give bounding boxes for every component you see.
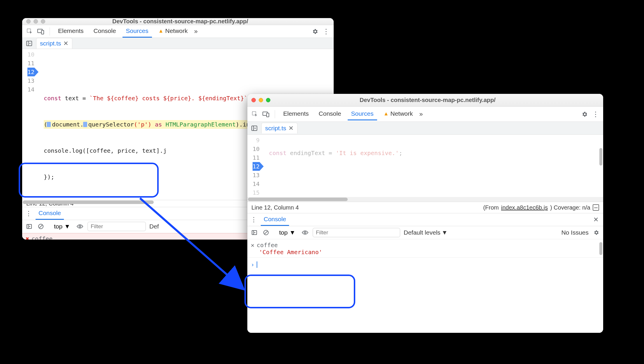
context-selector[interactable]: top▼ xyxy=(277,228,298,237)
scrollbar-thumb[interactable] xyxy=(599,242,602,255)
console-output[interactable]: ✕coffee 'Coffee Americano' › xyxy=(247,239,603,333)
code-token: querySelector xyxy=(84,121,134,128)
code-token: console.log([coffee, price, text].j xyxy=(44,147,167,154)
tab-network-label: Network xyxy=(390,110,413,117)
inspect-icon[interactable] xyxy=(251,110,259,118)
more-tabs-icon[interactable]: » xyxy=(419,110,423,118)
cursor-icon xyxy=(257,261,257,268)
context-label: top xyxy=(279,229,288,236)
live-expression-icon[interactable] xyxy=(301,228,309,237)
more-tabs-icon[interactable]: » xyxy=(194,28,198,35)
zoom-dot-icon[interactable] xyxy=(266,98,270,102)
minimize-dot-icon[interactable] xyxy=(259,98,263,102)
close-x-icon[interactable]: ✕ xyxy=(251,242,254,249)
status-source-prefix: (From xyxy=(483,204,499,211)
sidebar-toggle-icon[interactable] xyxy=(25,222,33,231)
horizontal-scrollbar[interactable] xyxy=(247,197,603,202)
line-number: 13 xyxy=(253,171,260,180)
cursor-position: Line 12, Column 4 xyxy=(251,204,299,211)
titlebar[interactable]: DevTools - consistent-source-map-pc.netl… xyxy=(22,18,334,25)
tab-console[interactable]: Console xyxy=(90,25,120,38)
no-issues-label[interactable]: No Issues xyxy=(561,229,589,236)
file-tabs-row: script.ts ✕ xyxy=(22,38,334,49)
show-navigator-icon[interactable] xyxy=(25,39,33,48)
vertical-scrollbar[interactable] xyxy=(598,239,603,333)
window-title: DevTools - consistent-source-map-pc.netl… xyxy=(274,97,582,103)
code-token: HTMLParagraphElement xyxy=(165,121,236,128)
file-tab-script[interactable]: script.ts ✕ xyxy=(36,38,72,49)
minimize-dot-icon[interactable] xyxy=(34,19,38,24)
tab-network[interactable]: ▲Network xyxy=(155,25,191,38)
tab-sources[interactable]: Sources xyxy=(123,25,152,38)
close-dot-icon[interactable] xyxy=(26,19,31,24)
scrollbar-thumb[interactable] xyxy=(23,201,154,204)
tab-elements[interactable]: Elements xyxy=(55,25,87,38)
code-token: }); xyxy=(44,173,54,180)
code-token: endingText xyxy=(286,150,329,156)
filter-input[interactable] xyxy=(88,222,146,231)
kebab-menu-icon[interactable]: ⋮ xyxy=(322,27,330,36)
object-badge-icon: document xyxy=(47,121,80,128)
context-selector[interactable]: top▼ xyxy=(52,222,72,231)
svg-point-19 xyxy=(304,232,306,233)
close-dot-icon[interactable] xyxy=(251,98,256,102)
zoom-dot-icon[interactable] xyxy=(41,19,45,24)
clear-console-icon[interactable] xyxy=(262,228,270,237)
titlebar[interactable]: DevTools - consistent-source-map-pc.netl… xyxy=(247,94,603,107)
svg-rect-2 xyxy=(41,30,44,34)
filter-input[interactable] xyxy=(313,228,400,237)
code-token: 'It is expensive.' xyxy=(332,150,399,156)
log-levels-label: Default levels xyxy=(404,229,440,236)
file-name: script.ts xyxy=(40,40,61,47)
status-bar: Line 12, Column 4 (From index.a8c1ec6b.j… xyxy=(247,202,603,213)
tab-sources[interactable]: Sources xyxy=(348,108,377,120)
device-toggle-icon[interactable] xyxy=(262,110,270,118)
scrollbar-thumb[interactable] xyxy=(599,148,602,166)
chevron-down-icon: ▼ xyxy=(64,223,70,230)
log-levels-selector[interactable]: Default levels▼ xyxy=(404,229,448,236)
svg-rect-13 xyxy=(252,126,257,131)
log-levels-selector[interactable]: Def xyxy=(149,223,159,230)
sidebar-toggle-icon[interactable] xyxy=(250,228,258,237)
inspect-icon[interactable] xyxy=(26,27,34,36)
tab-network[interactable]: ▲Network xyxy=(380,108,416,120)
line-number: 11 xyxy=(27,59,34,68)
kebab-menu-icon[interactable]: ⋮ xyxy=(592,110,600,118)
status-coverage: ) Coverage: n/a xyxy=(550,204,590,211)
coverage-toggle-icon[interactable] xyxy=(593,204,599,211)
console-settings-gear-icon[interactable] xyxy=(592,228,600,237)
line-number: 11 xyxy=(253,153,260,162)
code-token: ; xyxy=(399,150,402,156)
show-navigator-icon[interactable] xyxy=(250,124,258,132)
vertical-scrollbar[interactable] xyxy=(598,135,603,197)
tab-elements[interactable]: Elements xyxy=(280,108,312,120)
console-result: 'Coffee Americano' xyxy=(259,249,600,256)
error-x-icon: ✖ xyxy=(26,235,29,240)
line-number: 14 xyxy=(253,180,260,188)
settings-gear-icon[interactable] xyxy=(311,27,319,36)
chevron-down-icon: ▼ xyxy=(289,229,295,236)
close-tab-icon[interactable]: ✕ xyxy=(63,40,69,47)
scrollbar-thumb[interactable] xyxy=(248,198,348,201)
drawer-kebab-icon[interactable]: ⋮ xyxy=(250,216,258,224)
line-gutter: 10 11 12 13 14 xyxy=(22,49,37,200)
warning-icon: ▲ xyxy=(384,111,389,117)
tab-console[interactable]: Console xyxy=(315,108,345,120)
code-content[interactable]: const endingText = 'It is expensive.'; c… xyxy=(262,130,603,197)
drawer-tab-console[interactable]: Console xyxy=(36,207,64,220)
console-prompt[interactable]: › xyxy=(251,259,600,268)
clear-console-icon[interactable] xyxy=(37,222,45,231)
main-toolbar: Elements Console Sources ▲Network » ⋮ xyxy=(247,107,603,122)
code-editor[interactable]: 9 10 11 12 13 14 15 const endingText = '… xyxy=(247,135,603,197)
live-expression-icon[interactable] xyxy=(76,222,84,231)
source-map-link[interactable]: index.a8c1ec6b.js xyxy=(501,204,548,211)
drawer-tab-console[interactable]: Console xyxy=(261,213,289,226)
device-toggle-icon[interactable] xyxy=(37,27,45,36)
settings-gear-icon[interactable] xyxy=(580,110,589,118)
drawer-kebab-icon[interactable]: ⋮ xyxy=(24,210,33,218)
line-number: 10 xyxy=(253,145,260,153)
code-token: document xyxy=(47,121,80,128)
chevron-down-icon: ▼ xyxy=(442,229,448,236)
prompt-chevron-icon: › xyxy=(251,261,254,268)
close-drawer-icon[interactable]: ✕ xyxy=(593,216,601,224)
